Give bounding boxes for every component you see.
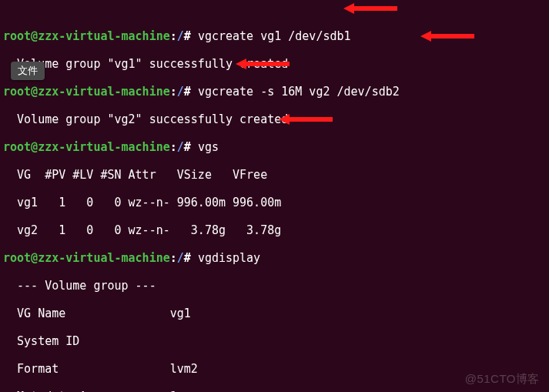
vgs-row: vg1 1 0 0 wz--n- 996.00m 996.00m	[3, 196, 546, 209]
command-text: vgcreate vg1 /dev/sdb1	[198, 29, 351, 43]
prompt-line-4: root@zzx-virtual-machine:/# vgdisplay	[3, 251, 546, 265]
prompt-line-1: root@zzx-virtual-machine:/# vgcreate vg1…	[3, 29, 546, 43]
output-line: Volume group "vg2" successfully created	[3, 112, 546, 126]
command-text: vgdisplay	[198, 251, 260, 265]
prompt-line-3: root@zzx-virtual-machine:/# vgs	[3, 140, 546, 154]
vgdisplay-title: --- Volume group ---	[3, 279, 546, 293]
output-line: Volume group "vg1" successfully created	[3, 57, 546, 71]
file-button[interactable]: 文件	[11, 62, 45, 80]
prompt-line-2: root@zzx-virtual-machine:/# vgcreate -s …	[3, 85, 546, 99]
vgs-row: vg2 1 0 0 wz--n- 3.78g 3.78g	[3, 223, 546, 237]
command-text: vgcreate -s 16M vg2 /dev/sdb2	[198, 85, 400, 99]
prompt-sep: :	[170, 29, 177, 43]
watermark-text: @51CTO博客	[465, 372, 540, 386]
vgdisplay-row: System ID	[3, 334, 546, 348]
vgs-header: VG #PV #LV #SN Attr VSize VFree	[3, 168, 546, 182]
command-text: vgs	[198, 140, 219, 154]
vgdisplay-row: VG Name vg1	[3, 307, 546, 320]
terminal-output[interactable]: root@zzx-virtual-machine:/# vgcreate vg1…	[0, 0, 549, 392]
prompt-user-host: root@zzx-virtual-machine	[3, 29, 170, 43]
prompt-cwd: /	[177, 29, 184, 43]
prompt-sym: #	[184, 29, 191, 43]
